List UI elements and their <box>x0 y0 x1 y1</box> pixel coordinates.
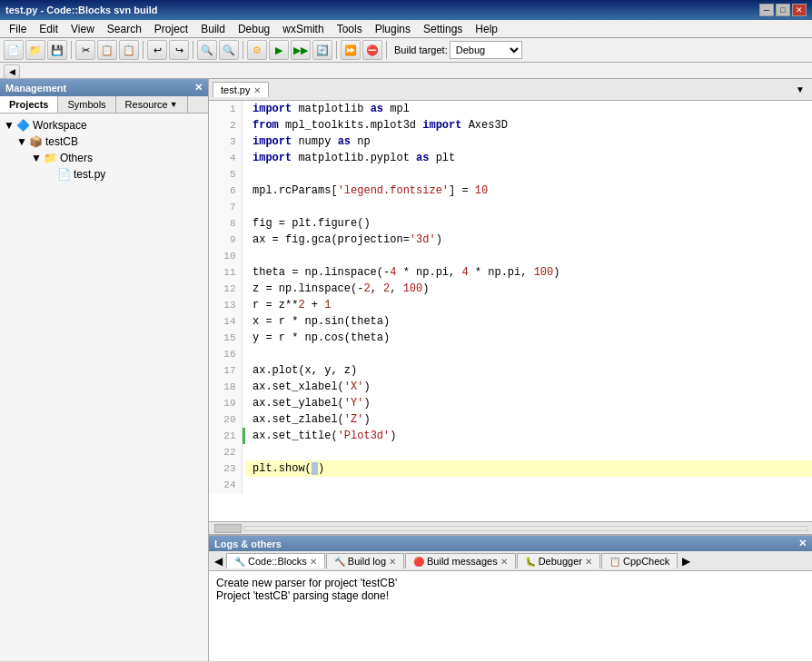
find-button[interactable]: 🔍 <box>197 40 217 60</box>
code-editor[interactable]: 1import matplotlib as mpl2from mpl_toolk… <box>209 101 812 521</box>
copy-button[interactable]: 📋 <box>97 40 117 60</box>
tab-projects[interactable]: Projects <box>0 96 58 113</box>
code-cell-9[interactable]: ax = fig.gca(projection='3d') <box>245 232 812 248</box>
code-row-4: 4import matplotlib.pyplot as plt <box>209 150 812 166</box>
code-row-19: 19ax.set_ylabel('Y') <box>209 395 812 411</box>
tab-more-arrow[interactable]: ▶ <box>678 553 694 569</box>
stop-button[interactable]: ⛔ <box>362 40 382 60</box>
testcb-label: testCB <box>45 135 78 148</box>
close-button[interactable]: ✕ <box>792 4 807 16</box>
sidebar-close-icon[interactable]: ✕ <box>194 82 203 94</box>
code-cell-11[interactable]: theta = np.linspace(-4 * np.pi, 4 * np.p… <box>245 264 812 281</box>
build-btn[interactable]: ⚙ <box>247 40 267 60</box>
bottom-panel-close-icon[interactable]: ✕ <box>798 538 807 549</box>
editor-tab-testpy[interactable]: test.py ✕ <box>213 82 269 97</box>
open-button[interactable]: 📁 <box>25 40 45 60</box>
redo-button[interactable]: ↪ <box>169 40 189 60</box>
code-cell-7[interactable] <box>245 199 812 215</box>
code-cell-12[interactable]: z = np.linspace(-2, 2, 100) <box>245 281 812 297</box>
build-run-button[interactable]: ▶▶ <box>291 40 311 60</box>
bottom-tab-codeblocks[interactable]: 🔧 Code::Blocks ✕ <box>226 553 325 568</box>
menu-tools[interactable]: Tools <box>332 21 368 37</box>
tab-close-icon[interactable]: ✕ <box>253 85 261 95</box>
code-row-2: 2from mpl_toolkits.mplot3d import Axes3D <box>209 117 812 133</box>
menu-build[interactable]: Build <box>195 21 231 37</box>
code-cell-13[interactable]: r = z**2 + 1 <box>245 297 812 313</box>
line-number-17: 17 <box>209 362 242 379</box>
code-cell-18[interactable]: ax.set_xlabel('X') <box>245 379 812 395</box>
tree-testpy[interactable]: ▶ 📄 test.py <box>0 166 208 183</box>
codeblocks-icon: 🔧 <box>234 557 245 567</box>
buildmsg-tab-close[interactable]: ✕ <box>500 557 508 567</box>
code-cell-21[interactable]: ax.set_title('Plot3d') <box>245 428 812 444</box>
code-cell-16[interactable] <box>245 346 812 362</box>
code-cell-24[interactable] <box>245 477 812 493</box>
bottom-tab-debugger[interactable]: 🐛 Debugger ✕ <box>517 553 600 568</box>
code-cell-10[interactable] <box>245 248 812 264</box>
debugger-tab-close[interactable]: ✕ <box>585 557 592 567</box>
code-row-11: 11theta = np.linspace(-4 * np.pi, 4 * np… <box>209 264 812 281</box>
code-cell-1[interactable]: import matplotlib as mpl <box>245 101 812 117</box>
tab-scroll-arrow[interactable]: ▼ <box>792 83 808 96</box>
cut-button[interactable]: ✂ <box>75 40 95 60</box>
tab-prev-arrow[interactable]: ◀ <box>211 555 226 568</box>
tree-others[interactable]: ▼ 📁 Others <box>0 150 208 166</box>
code-cell-19[interactable]: ax.set_ylabel('Y') <box>245 395 812 411</box>
replace-button[interactable]: 🔍 <box>219 40 239 60</box>
build-target-combo[interactable]: Debug Release <box>450 41 522 59</box>
toolbar-main: 📄 📁 💾 ✂ 📋 📋 ↩ ↪ 🔍 🔍 ⚙ ▶ ▶▶ 🔄 ⏩ ⛔ Build t… <box>0 38 812 63</box>
tab-resource[interactable]: Resource ▼ <box>116 96 188 113</box>
minimize-button[interactable]: ─ <box>759 4 774 16</box>
code-row-17: 17ax.plot(x, y, z) <box>209 362 812 379</box>
debug-button[interactable]: ⏩ <box>341 40 361 60</box>
code-cell-23[interactable]: plt.show( ) <box>245 460 812 477</box>
tab-symbols[interactable]: Symbols <box>58 96 115 113</box>
menu-wxsmith[interactable]: wxSmith <box>277 21 329 37</box>
code-cell-6[interactable]: mpl.rcParams['legend.fontsize'] = 10 <box>245 183 812 199</box>
code-cell-20[interactable]: ax.set_zlabel('Z') <box>245 411 812 428</box>
tree-testcb[interactable]: ▼ 📦 testCB <box>0 133 208 150</box>
buildlog-tab-close[interactable]: ✕ <box>389 557 396 567</box>
menu-settings[interactable]: Settings <box>418 21 468 37</box>
cppcheck-icon: 📋 <box>609 557 620 567</box>
menu-debug[interactable]: Debug <box>233 21 275 37</box>
code-cell-8[interactable]: fig = plt.figure() <box>245 215 812 232</box>
code-row-12: 12z = np.linspace(-2, 2, 100) <box>209 281 812 297</box>
rebuild-button[interactable]: 🔄 <box>312 40 332 60</box>
code-cell-17[interactable]: ax.plot(x, y, z) <box>245 362 812 379</box>
run-button[interactable]: ▶ <box>269 40 289 60</box>
save-button[interactable]: 💾 <box>47 40 67 60</box>
horizontal-scrollbar[interactable] <box>209 521 812 534</box>
code-cell-2[interactable]: from mpl_toolkits.mplot3d import Axes3D <box>245 117 812 133</box>
window-controls[interactable]: ─ □ ✕ <box>759 4 807 16</box>
testcb-icon: 📦 <box>29 135 43 148</box>
codeblocks-tab-close[interactable]: ✕ <box>310 557 317 567</box>
menu-file[interactable]: File <box>4 21 32 37</box>
menu-plugins[interactable]: Plugins <box>370 21 416 37</box>
bottom-panel-title: Logs & others <box>214 538 282 549</box>
code-cell-14[interactable]: x = r * np.sin(theta) <box>245 313 812 330</box>
bottom-tab-buildmsg[interactable]: 🔴 Build messages ✕ <box>405 553 516 568</box>
code-cell-15[interactable]: y = r * np.cos(theta) <box>245 330 812 346</box>
tree-workspace[interactable]: ▼ 🔷 Workspace <box>0 117 208 133</box>
paste-button[interactable]: 📋 <box>119 40 139 60</box>
menu-project[interactable]: Project <box>149 21 193 37</box>
small-btn1[interactable]: ◀ <box>4 64 20 79</box>
code-cell-3[interactable]: import numpy as np <box>245 133 812 150</box>
testcb-expand-icon: ▼ <box>16 135 27 148</box>
code-cell-4[interactable]: import matplotlib.pyplot as plt <box>245 150 812 166</box>
code-cell-22[interactable] <box>245 444 812 460</box>
debugger-tab-label: Debugger <box>539 556 582 567</box>
line-number-15: 15 <box>209 330 242 346</box>
menu-help[interactable]: Help <box>470 21 503 37</box>
code-cell-5[interactable] <box>245 166 812 183</box>
maximize-button[interactable]: □ <box>776 4 790 16</box>
bottom-tab-buildlog[interactable]: 🔨 Build log ✕ <box>326 553 404 568</box>
menu-search[interactable]: Search <box>102 21 147 37</box>
menu-view[interactable]: View <box>65 21 100 37</box>
new-button[interactable]: 📄 <box>4 40 24 60</box>
undo-button[interactable]: ↩ <box>147 40 167 60</box>
menu-edit[interactable]: Edit <box>34 21 64 37</box>
cppcheck-tab-label: CppCheck <box>623 556 669 567</box>
bottom-tab-cppcheck[interactable]: 📋 CppCheck <box>601 553 678 568</box>
